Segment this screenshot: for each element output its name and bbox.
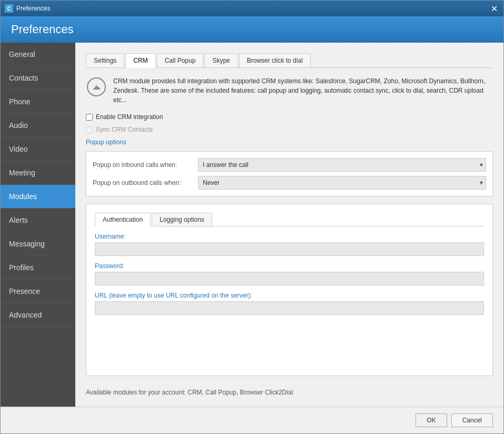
crm-description: ☁ + CRM module provides full integration… <box>86 76 493 105</box>
popup-options-title: Popup options <box>86 139 493 146</box>
close-button[interactable]: ✕ <box>489 3 499 14</box>
tab-crm[interactable]: CRM <box>125 53 155 68</box>
main-window: C Preferences ✕ Preferences GeneralConta… <box>0 0 504 434</box>
content-area: SettingsCRMCall PopupSkypeBrowser click … <box>75 43 503 407</box>
auth-tabs: AuthenticationLogging options <box>95 213 484 226</box>
username-label: Username: <box>95 233 484 240</box>
crm-description-text: CRM module provides full integration wit… <box>113 76 493 105</box>
url-input[interactable] <box>95 301 484 315</box>
enable-crm-label: Enable CRM integration <box>96 113 163 121</box>
popup-outbound-select[interactable]: Never When I make a call When call is co… <box>198 176 486 190</box>
url-group: URL (leave empty to use URL configured o… <box>95 292 484 315</box>
title-bar-label: Preferences <box>16 5 51 12</box>
popup-inbound-select-wrapper: I answer the call The call rings Never <box>198 158 486 172</box>
sidebar-item-advanced[interactable]: Advanced <box>1 303 75 327</box>
enable-crm-checkbox[interactable] <box>86 114 93 121</box>
ok-button[interactable]: OK <box>416 413 447 427</box>
sidebar-item-phone[interactable]: Phone <box>1 90 75 114</box>
header-bar: Preferences <box>1 16 503 43</box>
tab-browser-click[interactable]: Browser click to dial <box>239 53 311 67</box>
sidebar: GeneralContactsPhoneAudioVideoMeetingMod… <box>1 43 75 407</box>
title-bar-left: C Preferences <box>5 4 51 13</box>
enable-crm-row: Enable CRM integration <box>86 113 493 121</box>
username-group: Username: <box>95 233 484 256</box>
sidebar-item-alerts[interactable]: Alerts <box>1 209 75 232</box>
popup-outbound-select-wrapper: Never When I make a call When call is co… <box>198 176 486 190</box>
password-group: Password: <box>95 262 484 285</box>
password-input[interactable] <box>95 272 484 285</box>
sidebar-item-audio[interactable]: Audio <box>1 114 75 137</box>
app-icon: C <box>5 4 13 13</box>
username-input[interactable] <box>95 242 484 256</box>
popup-outbound-row: Popup on outbound calls when: Never When… <box>93 176 486 190</box>
sidebar-item-contacts[interactable]: Contacts <box>1 66 75 90</box>
popup-inbound-label: Popup on inbound calls when: <box>93 161 193 169</box>
footer: OK Cancel <box>1 407 503 433</box>
main-content: GeneralContactsPhoneAudioVideoMeetingMod… <box>1 43 503 407</box>
main-tabs: SettingsCRMCall PopupSkypeBrowser click … <box>86 53 493 68</box>
sync-crm-row: Sync CRM Contacts <box>86 126 493 133</box>
password-label: Password: <box>95 262 484 270</box>
tab-call-popup[interactable]: Call Popup <box>157 53 204 67</box>
sidebar-item-video[interactable]: Video <box>1 137 75 161</box>
svg-text:+: + <box>95 83 98 89</box>
url-label: URL (leave empty to use URL configured o… <box>95 292 484 299</box>
tab-settings[interactable]: Settings <box>86 53 124 67</box>
sidebar-item-modules[interactable]: Modules <box>1 185 75 209</box>
sync-crm-label: Sync CRM Contacts <box>96 126 153 133</box>
title-bar: C Preferences ✕ <box>1 1 503 16</box>
popup-inbound-select[interactable]: I answer the call The call rings Never <box>198 158 486 172</box>
sidebar-item-messaging[interactable]: Messaging <box>1 232 75 256</box>
available-modules: Available modules for your account: CRM,… <box>86 383 493 396</box>
available-modules-list: CRM, Call Popup, Browser Click2Dial <box>187 389 293 396</box>
sidebar-item-presence[interactable]: Presence <box>1 280 75 303</box>
auth-form-box: AuthenticationLogging options Username: … <box>86 204 493 376</box>
auth-tab-logging[interactable]: Logging options <box>152 213 212 226</box>
popup-outbound-label: Popup on outbound calls when: <box>93 179 193 186</box>
sidebar-item-general[interactable]: General <box>1 43 75 66</box>
sidebar-item-meeting[interactable]: Meeting <box>1 161 75 185</box>
popup-inbound-row: Popup on inbound calls when: I answer th… <box>93 158 486 172</box>
cancel-button[interactable]: Cancel <box>451 413 493 427</box>
available-modules-prefix: Available modules for your account: <box>86 389 186 396</box>
sidebar-item-profiles[interactable]: Profiles <box>1 256 75 280</box>
auth-tab-authentication[interactable]: Authentication <box>95 213 151 226</box>
popup-options-box: Popup on inbound calls when: I answer th… <box>86 151 493 196</box>
crm-icon: ☁ + <box>86 76 107 97</box>
page-title: Preferences <box>11 23 493 36</box>
tab-skype[interactable]: Skype <box>204 53 238 67</box>
sync-crm-checkbox[interactable] <box>86 126 93 133</box>
